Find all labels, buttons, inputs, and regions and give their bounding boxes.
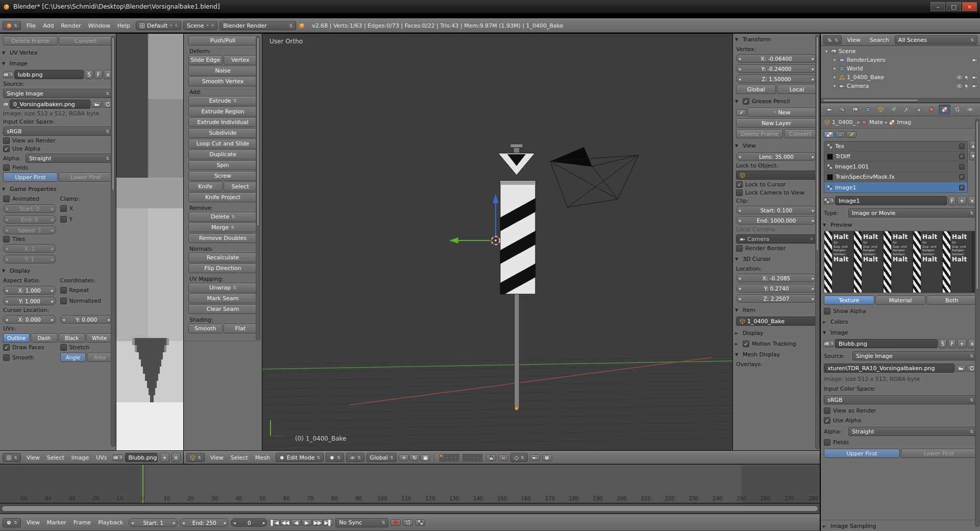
- timeline-scroll-handle[interactable]: [2, 505, 818, 512]
- properties-tab-render[interactable]: [824, 105, 836, 115]
- checkbox[interactable]: [824, 439, 830, 446]
- grease-new-button[interactable]: +New: [747, 108, 817, 117]
- scene-selector[interactable]: Scene + ×: [183, 21, 217, 30]
- play-button[interactable]: ▶: [302, 519, 312, 526]
- panel-motion-tracking[interactable]: ►✓Motion Tracking: [733, 338, 820, 349]
- layer-dot[interactable]: [479, 454, 482, 457]
- mode-select[interactable]: Edit Mode ⇅: [276, 453, 324, 462]
- image-browse-icon[interactable]: ⇅: [824, 341, 834, 347]
- new-layer-button[interactable]: New Layer: [736, 118, 817, 128]
- viewport-3d[interactable]: User Ortho (0) 1_0400_Bake: [262, 34, 732, 450]
- preview-texture-button[interactable]: Texture: [824, 296, 874, 305]
- lock-to-cursor-checkbox[interactable]: ✓Lock to Cursor: [736, 181, 786, 188]
- vertex-y-field[interactable]: ◂Y: -0.24000▸: [736, 64, 817, 73]
- layer-dot[interactable]: [456, 458, 459, 462]
- layer-dot[interactable]: [448, 454, 451, 457]
- texture-context-brush-button[interactable]: [846, 131, 856, 138]
- menu-frame[interactable]: Frame: [70, 519, 94, 526]
- timeline-tracks[interactable]: -50-40-30-20-100102030405060708090100110…: [0, 465, 820, 503]
- tool-loop-cut-and-slide-button[interactable]: Loop Cut and Slide: [188, 139, 257, 149]
- lock-to-scene-button[interactable]: [486, 454, 496, 461]
- disclosure-triangle-icon[interactable]: ▼: [735, 352, 740, 357]
- filepath-field[interactable]: 0_Vorsingalbaken.png: [10, 100, 90, 109]
- global-button[interactable]: Global: [736, 85, 776, 94]
- properties-scrollbar[interactable]: [975, 118, 979, 527]
- scene-name[interactable]: Scene: [187, 22, 204, 29]
- pivot-point-select[interactable]: ⇅: [346, 453, 364, 462]
- outliner-item-camera[interactable]: ▾Camera: [821, 82, 980, 90]
- stepper-left-icon[interactable]: ◂: [737, 276, 743, 281]
- transform-orientation-select[interactable]: Global⇅: [366, 453, 397, 462]
- disclosure-triangle-icon[interactable]: ▼: [823, 330, 828, 335]
- menu-uvs[interactable]: UVs: [92, 454, 110, 461]
- panel-preview[interactable]: ▼Preview: [821, 219, 980, 230]
- tiles-checkbox[interactable]: Tiles: [3, 236, 25, 243]
- properties-tab-particles[interactable]: [951, 105, 963, 115]
- cursor-x-field[interactable]: ◂X: 0.000▸: [3, 315, 56, 324]
- image-name-field[interactable]: Blubb.png: [835, 339, 938, 348]
- viewport-canvas[interactable]: [262, 34, 732, 450]
- source-select[interactable]: Single Image⇅: [852, 351, 977, 360]
- lock-object-field[interactable]: [736, 171, 817, 180]
- stepper-left-icon[interactable]: ◂: [737, 56, 743, 61]
- disclosure-icon[interactable]: ▾: [832, 75, 837, 80]
- maximize-button[interactable]: □: [946, 2, 961, 11]
- manipulator-scale-button[interactable]: ▣: [420, 454, 430, 461]
- disclosure-icon[interactable]: ▾: [832, 84, 837, 88]
- stepper-right-icon[interactable]: ▸: [50, 246, 56, 251]
- menu-select[interactable]: Select: [227, 454, 252, 461]
- clamp-y-checkbox[interactable]: Y: [60, 216, 113, 223]
- animated-checkbox[interactable]: Animated: [3, 196, 56, 202]
- uv-mode-dash-button[interactable]: Dash: [31, 333, 57, 343]
- menu-search[interactable]: Search: [866, 37, 893, 43]
- outliner-scope-select[interactable]: All Scenes⇅: [895, 35, 977, 44]
- tool-clear-seam-button[interactable]: Clear Seam: [188, 304, 257, 314]
- panel-item[interactable]: ▼Item: [733, 304, 820, 315]
- texture-slot-trainspecenvmask-fx[interactable]: TrainSpecEnvMask.fx✓: [824, 172, 967, 182]
- stepper-left-icon[interactable]: ◂: [737, 154, 743, 159]
- open-folder-icon[interactable]: [955, 365, 966, 372]
- screen-layout-name[interactable]: Default: [147, 22, 167, 29]
- frame-end-field[interactable]: ◂End: 250▸: [180, 518, 229, 527]
- texture-slot-checkbox[interactable]: ✓: [959, 174, 965, 180]
- context-object[interactable]: 1_0400_: [832, 119, 855, 126]
- stepper-left-icon[interactable]: ◂: [4, 257, 10, 262]
- disclosure-triangle-icon[interactable]: ▼: [735, 99, 740, 104]
- lower-first-button[interactable]: Lower First: [59, 173, 113, 182]
- disclosure-triangle-icon[interactable]: ▼: [735, 143, 740, 148]
- menu-mesh[interactable]: Mesh: [252, 454, 274, 461]
- tool-flip-direction-button[interactable]: Flip Direction: [188, 263, 257, 273]
- disclosure-triangle-icon[interactable]: ▼: [2, 269, 7, 273]
- view-as-render-checkbox[interactable]: View as Render: [824, 407, 876, 414]
- filepath-field[interactable]: xturen\TDR_RA10_Vorsingalbaken.png: [824, 364, 954, 373]
- stepper-left-icon[interactable]: ◂: [129, 520, 135, 525]
- properties-tab-render-layers[interactable]: [837, 105, 848, 115]
- checkbox[interactable]: ✓: [824, 417, 830, 424]
- layer-dot[interactable]: [444, 458, 447, 462]
- manipulator-translate-button[interactable]: +: [399, 454, 409, 461]
- stepper-left-icon[interactable]: ◂: [4, 299, 10, 304]
- menu-marker[interactable]: Marker: [43, 519, 70, 526]
- properties-tab-object-data[interactable]: [913, 105, 925, 115]
- stepper-left-icon[interactable]: ◂: [737, 208, 743, 213]
- use-alpha-checkbox[interactable]: ✓Use Alpha: [824, 417, 861, 424]
- new-image-icon[interactable]: +: [160, 453, 169, 462]
- tool-remove-doubles-button[interactable]: Remove Doubles: [188, 233, 257, 243]
- angle-button[interactable]: Angle: [60, 353, 86, 362]
- layer-dot[interactable]: [456, 454, 459, 457]
- panel-display[interactable]: ▼Display: [0, 265, 116, 276]
- toolshelf-scrollbar[interactable]: [256, 36, 260, 340]
- menu-add[interactable]: Add: [39, 22, 57, 29]
- source-select[interactable]: Single Image⇅: [3, 89, 113, 98]
- lower-first-button[interactable]: Lower First: [901, 449, 977, 458]
- checkbox[interactable]: [3, 137, 10, 144]
- new-texture-icon[interactable]: +: [957, 196, 966, 205]
- delete-frame-button[interactable]: Delete Frame: [3, 36, 58, 45]
- checkbox[interactable]: [60, 205, 67, 212]
- stepper-right-icon[interactable]: ▸: [50, 317, 56, 322]
- stepper-left-icon[interactable]: ◂: [4, 217, 10, 222]
- checkbox[interactable]: ✓: [736, 181, 743, 188]
- properties-tab-object[interactable]: [875, 105, 887, 115]
- convert-button[interactable]: Convert: [59, 36, 113, 45]
- uv-mode-white-button[interactable]: White: [86, 333, 113, 343]
